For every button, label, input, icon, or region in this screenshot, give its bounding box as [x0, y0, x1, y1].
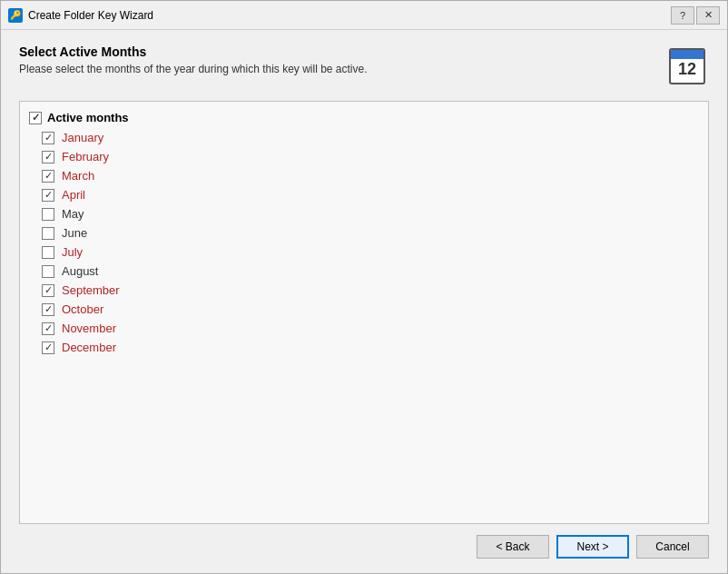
- month-checkbox-october[interactable]: [42, 303, 54, 316]
- month-checkbox-december[interactable]: [42, 341, 54, 354]
- footer: < Back Next > Cancel: [19, 524, 709, 562]
- header-title: Select Active Months: [19, 45, 665, 59]
- list-item[interactable]: January: [20, 128, 708, 147]
- month-checkbox-june[interactable]: [42, 227, 54, 240]
- list-item[interactable]: July: [20, 242, 708, 262]
- list-item[interactable]: April: [20, 185, 708, 204]
- app-icon: 🔑: [8, 8, 23, 23]
- month-checkbox-september[interactable]: [42, 284, 54, 297]
- months-header: Active months: [20, 107, 708, 128]
- month-label-july: July: [62, 245, 83, 259]
- header-icon: 12: [665, 45, 709, 88]
- list-item[interactable]: September: [20, 281, 708, 300]
- month-label-november: November: [62, 322, 116, 335]
- list-item[interactable]: October: [20, 300, 708, 319]
- header-checkbox[interactable]: [29, 112, 42, 124]
- header-subtitle: Please select the months of the year dur…: [19, 63, 665, 75]
- list-item[interactable]: August: [20, 262, 708, 281]
- month-label-december: December: [62, 341, 116, 354]
- list-item[interactable]: May: [20, 204, 708, 223]
- list-item[interactable]: February: [20, 147, 708, 166]
- months-list: JanuaryFebruaryMarchAprilMayJuneJulyAugu…: [20, 128, 708, 357]
- cancel-button[interactable]: Cancel: [636, 535, 709, 559]
- wizard-content: Select Active Months Please select the m…: [1, 30, 727, 573]
- list-item[interactable]: June: [20, 223, 708, 242]
- header-area: Select Active Months Please select the m…: [19, 45, 709, 88]
- calendar-number: 12: [678, 60, 696, 79]
- month-checkbox-january[interactable]: [42, 132, 54, 144]
- month-checkbox-august[interactable]: [42, 265, 54, 278]
- close-button[interactable]: ✕: [696, 6, 720, 25]
- month-label-september: September: [62, 283, 120, 297]
- header-text: Select Active Months Please select the m…: [19, 45, 665, 75]
- month-checkbox-april[interactable]: [42, 189, 54, 202]
- month-checkbox-july[interactable]: [42, 246, 54, 259]
- month-label-august: August: [62, 264, 98, 278]
- list-item[interactable]: March: [20, 166, 708, 185]
- app-icon-symbol: 🔑: [10, 10, 21, 20]
- wizard-window: 🔑 Create Folder Key Wizard ? ✕ Select Ac…: [0, 0, 728, 574]
- list-item[interactable]: December: [20, 338, 708, 357]
- help-button[interactable]: ?: [671, 6, 694, 25]
- month-checkbox-november[interactable]: [42, 322, 54, 335]
- month-checkbox-may[interactable]: [42, 208, 54, 221]
- calendar-icon: 12: [669, 48, 705, 84]
- month-label-february: February: [62, 150, 109, 163]
- month-label-june: June: [62, 226, 87, 240]
- month-label-april: April: [62, 188, 85, 202]
- month-checkbox-february[interactable]: [42, 151, 54, 163]
- month-list-container: Active months JanuaryFebruaryMarchAprilM…: [19, 101, 709, 524]
- list-item[interactable]: November: [20, 319, 708, 338]
- month-checkbox-march[interactable]: [42, 170, 54, 183]
- month-label-january: January: [62, 131, 103, 144]
- month-label-october: October: [62, 302, 103, 316]
- title-bar-buttons: ? ✕: [671, 6, 720, 25]
- window-title: Create Folder Key Wizard: [28, 9, 671, 22]
- next-button[interactable]: Next >: [556, 535, 629, 559]
- back-button[interactable]: < Back: [477, 535, 549, 559]
- title-bar: 🔑 Create Folder Key Wizard ? ✕: [1, 1, 727, 30]
- months-header-label: Active months: [47, 111, 129, 124]
- month-label-march: March: [62, 169, 94, 183]
- month-label-may: May: [62, 207, 84, 221]
